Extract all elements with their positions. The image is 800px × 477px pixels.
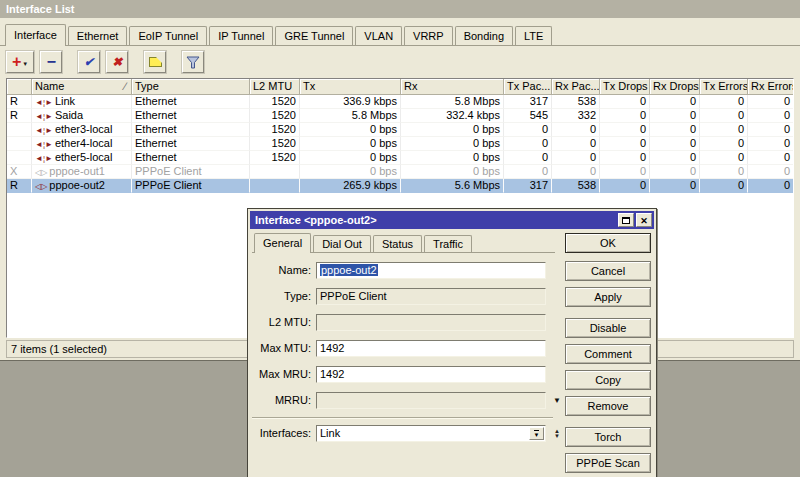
tx-drops-value: 0: [600, 179, 650, 193]
restore-button[interactable]: [618, 213, 634, 227]
interface-dialog: Interface <pppoe-out2> General Dial Out …: [247, 208, 657, 477]
copy-button[interactable]: Copy: [565, 370, 651, 390]
x-icon: [112, 55, 122, 69]
row-flag: R: [7, 109, 32, 123]
toolbar: [0, 46, 800, 78]
dialog-title: Interface <pppoe-out2>: [255, 214, 616, 226]
interfaces-field[interactable]: Link ▼: [316, 425, 546, 442]
tx-packets-value: 0: [504, 165, 552, 179]
column-header-rx[interactable]: Rx: [401, 79, 504, 95]
tx-drops-value: 0: [600, 123, 650, 137]
max-mru-field[interactable]: 1492: [316, 366, 546, 383]
column-header-tx[interactable]: Tx: [300, 79, 401, 95]
tx-errors-value: 0: [700, 151, 748, 165]
table-header-row: Name∕ Type L2 MTU Tx Rx Tx Pac... Rx Pac…: [7, 79, 793, 95]
apply-button[interactable]: Apply: [565, 287, 651, 307]
chevron-down-icon: [21, 56, 28, 68]
tx-drops-value: 0: [600, 151, 650, 165]
l2mtu-label: L2 MTU:: [250, 314, 311, 331]
tx-packets-value: 545: [504, 109, 552, 123]
tab-traffic[interactable]: Traffic: [424, 235, 472, 252]
filter-button[interactable]: [182, 51, 204, 73]
name-field[interactable]: pppoe-out2: [316, 262, 546, 279]
rx-errors-value: 0: [748, 123, 793, 137]
table-row-selected[interactable]: R pppoe-out2 PPPoE Client 265.9 kbps 5.6…: [7, 179, 793, 193]
rx-packets-value: 538: [552, 179, 600, 193]
tab-bonding[interactable]: Bonding: [455, 26, 513, 45]
mrru-field[interactable]: [316, 392, 546, 409]
column-header-name[interactable]: Name∕: [32, 79, 132, 95]
column-header-tx-drops[interactable]: Tx Drops: [600, 79, 650, 95]
window-titlebar[interactable]: Interface List: [0, 0, 800, 18]
column-header-type[interactable]: Type: [132, 79, 250, 95]
max-mtu-label: Max MTU:: [250, 340, 311, 357]
interfaces-dropdown-button[interactable]: ▼: [529, 427, 544, 440]
restore-icon: [622, 217, 630, 224]
column-header-tx-packets[interactable]: Tx Pac...: [504, 79, 552, 95]
tx-value: 0 bps: [300, 123, 401, 137]
rx-errors-value: 0: [748, 151, 793, 165]
torch-button[interactable]: Torch: [565, 427, 651, 447]
tab-vlan[interactable]: VLAN: [355, 26, 402, 45]
tx-errors-value: 0: [700, 137, 748, 151]
tab-eoip-tunnel[interactable]: EoIP Tunnel: [129, 26, 207, 45]
table-row[interactable]: ether3-local Ethernet 1520 0 bps 0 bps 0…: [7, 123, 793, 137]
tab-general[interactable]: General: [254, 233, 311, 253]
column-header-flags[interactable]: [7, 79, 32, 95]
rx-drops-value: 0: [650, 165, 700, 179]
pppoe-interface-icon: [35, 168, 47, 177]
rx-packets-value: 0: [552, 137, 600, 151]
enable-button[interactable]: [78, 51, 100, 73]
max-mtu-field[interactable]: 1492: [316, 340, 546, 357]
dropdown-list-icon: ▼: [534, 430, 540, 438]
cancel-button[interactable]: Cancel: [565, 261, 651, 281]
remove-button[interactable]: Remove: [565, 396, 651, 416]
rx-drops-value: 0: [650, 151, 700, 165]
column-header-rx-errors[interactable]: Rx Errors: [748, 79, 793, 95]
pppoe-scan-button[interactable]: PPPoE Scan: [565, 453, 651, 473]
down-arrow-icon: ▼: [554, 434, 560, 439]
status-text: 7 items (1 selected): [11, 343, 107, 355]
tx-value: 5.8 Mbps: [300, 109, 401, 123]
mrru-dropdown-arrow-icon[interactable]: ▼: [551, 392, 563, 409]
row-flag: R: [7, 95, 32, 109]
l2mtu-field: [316, 314, 546, 331]
type-field: PPPoE Client: [316, 288, 546, 305]
tab-lte[interactable]: LTE: [515, 26, 552, 45]
tab-status[interactable]: Status: [373, 235, 422, 252]
column-header-rx-packets[interactable]: Rx Pac...: [552, 79, 600, 95]
tab-dial-out[interactable]: Dial Out: [313, 235, 371, 252]
tab-gre-tunnel[interactable]: GRE Tunnel: [275, 26, 353, 45]
ethernet-interface-icon: [35, 126, 53, 135]
tab-ethernet[interactable]: Ethernet: [68, 26, 128, 45]
table-row[interactable]: R Link Ethernet 1520 336.9 kbps 5.8 Mbps…: [7, 95, 793, 109]
interfaces-updown-spinner[interactable]: ▲▼: [551, 425, 563, 442]
remove-button[interactable]: [40, 51, 62, 73]
ok-button[interactable]: OK: [565, 233, 651, 253]
table-row[interactable]: ether5-local Ethernet 1520 0 bps 0 bps 0…: [7, 151, 793, 165]
tab-interface[interactable]: Interface: [5, 24, 66, 46]
rx-packets-value: 538: [552, 95, 600, 109]
column-header-rx-drops[interactable]: Rx Drops: [650, 79, 700, 95]
tab-ip-tunnel[interactable]: IP Tunnel: [209, 26, 273, 45]
selected-text: pppoe-out2: [320, 264, 378, 276]
close-button[interactable]: [636, 213, 652, 227]
column-header-l2mtu[interactable]: L2 MTU: [250, 79, 300, 95]
table-row-disabled[interactable]: X pppoe-out1 PPPoE Client 0 bps 0 bps 0 …: [7, 165, 793, 179]
comment-button[interactable]: [144, 51, 166, 73]
add-icon: [12, 55, 21, 69]
table-row[interactable]: R Saida Ethernet 1520 5.8 Mbps 332.4 kbp…: [7, 109, 793, 123]
interface-type: Ethernet: [132, 123, 250, 137]
disable-button[interactable]: [106, 51, 128, 73]
comment-button[interactable]: Comment: [565, 344, 651, 364]
tx-value: 336.9 kbps: [300, 95, 401, 109]
tab-vrrp[interactable]: VRRP: [404, 26, 453, 45]
rx-value: 0 bps: [401, 137, 504, 151]
table-row[interactable]: ether4-local Ethernet 1520 0 bps 0 bps 0…: [7, 137, 793, 151]
rx-drops-value: 0: [650, 123, 700, 137]
dialog-titlebar[interactable]: Interface <pppoe-out2>: [250, 211, 654, 229]
rx-packets-value: 0: [552, 165, 600, 179]
column-header-tx-errors[interactable]: Tx Errors: [700, 79, 748, 95]
disable-button[interactable]: Disable: [565, 318, 651, 338]
add-button[interactable]: [6, 51, 34, 73]
